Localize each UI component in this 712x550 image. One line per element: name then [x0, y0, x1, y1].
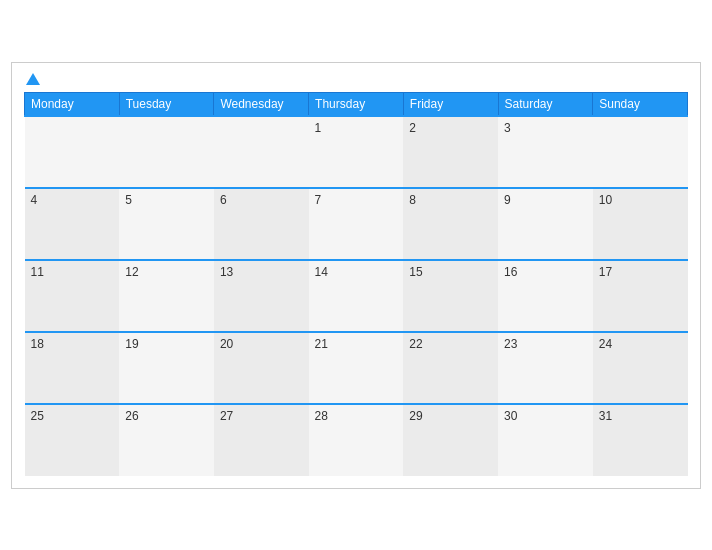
- day-number: 15: [409, 265, 422, 279]
- day-number: 31: [599, 409, 612, 423]
- day-number: 3: [504, 121, 511, 135]
- day-cell-14: 14: [309, 260, 404, 332]
- day-number: 27: [220, 409, 233, 423]
- day-number: 14: [315, 265, 328, 279]
- weekday-header-saturday: Saturday: [498, 92, 593, 116]
- day-number: 28: [315, 409, 328, 423]
- day-cell-13: 13: [214, 260, 309, 332]
- weekday-header-sunday: Sunday: [593, 92, 688, 116]
- day-cell-21: 21: [309, 332, 404, 404]
- day-number: 6: [220, 193, 227, 207]
- day-number: 10: [599, 193, 612, 207]
- day-cell-29: 29: [403, 404, 498, 476]
- day-cell-20: 20: [214, 332, 309, 404]
- empty-day-cell: [25, 116, 120, 188]
- weekday-header-thursday: Thursday: [309, 92, 404, 116]
- day-number: 11: [31, 265, 44, 279]
- day-cell-6: 6: [214, 188, 309, 260]
- day-number: 13: [220, 265, 233, 279]
- day-number: 9: [504, 193, 511, 207]
- day-number: 17: [599, 265, 612, 279]
- day-number: 29: [409, 409, 422, 423]
- day-number: 24: [599, 337, 612, 351]
- calendar-grid: MondayTuesdayWednesdayThursdayFridaySatu…: [24, 92, 688, 476]
- logo: [24, 73, 40, 86]
- day-number: 26: [125, 409, 138, 423]
- day-cell-10: 10: [593, 188, 688, 260]
- day-number: 7: [315, 193, 322, 207]
- day-number: 5: [125, 193, 132, 207]
- weekday-header-monday: Monday: [25, 92, 120, 116]
- day-cell-2: 2: [403, 116, 498, 188]
- empty-day-cell: [593, 116, 688, 188]
- day-cell-3: 3: [498, 116, 593, 188]
- week-row-3: 11121314151617: [25, 260, 688, 332]
- day-number: 12: [125, 265, 138, 279]
- day-cell-16: 16: [498, 260, 593, 332]
- logo-blue-text: [24, 73, 40, 86]
- day-cell-9: 9: [498, 188, 593, 260]
- day-cell-12: 12: [119, 260, 214, 332]
- day-cell-28: 28: [309, 404, 404, 476]
- day-cell-15: 15: [403, 260, 498, 332]
- empty-day-cell: [214, 116, 309, 188]
- calendar-container: MondayTuesdayWednesdayThursdayFridaySatu…: [11, 62, 701, 489]
- day-cell-5: 5: [119, 188, 214, 260]
- day-number: 16: [504, 265, 517, 279]
- day-cell-19: 19: [119, 332, 214, 404]
- week-row-5: 25262728293031: [25, 404, 688, 476]
- day-cell-26: 26: [119, 404, 214, 476]
- week-row-1: 123: [25, 116, 688, 188]
- day-cell-30: 30: [498, 404, 593, 476]
- day-cell-17: 17: [593, 260, 688, 332]
- day-number: 1: [315, 121, 322, 135]
- empty-day-cell: [119, 116, 214, 188]
- day-number: 2: [409, 121, 416, 135]
- day-number: 18: [31, 337, 44, 351]
- day-number: 21: [315, 337, 328, 351]
- day-cell-18: 18: [25, 332, 120, 404]
- weekday-header-friday: Friday: [403, 92, 498, 116]
- day-cell-8: 8: [403, 188, 498, 260]
- day-number: 22: [409, 337, 422, 351]
- weekday-header-row: MondayTuesdayWednesdayThursdayFridaySatu…: [25, 92, 688, 116]
- day-number: 30: [504, 409, 517, 423]
- week-row-4: 18192021222324: [25, 332, 688, 404]
- day-cell-11: 11: [25, 260, 120, 332]
- week-row-2: 45678910: [25, 188, 688, 260]
- day-cell-22: 22: [403, 332, 498, 404]
- day-number: 8: [409, 193, 416, 207]
- day-cell-25: 25: [25, 404, 120, 476]
- day-number: 4: [31, 193, 38, 207]
- day-cell-23: 23: [498, 332, 593, 404]
- logo-triangle-icon: [26, 73, 40, 85]
- weekday-header-tuesday: Tuesday: [119, 92, 214, 116]
- day-cell-7: 7: [309, 188, 404, 260]
- day-number: 19: [125, 337, 138, 351]
- weekday-header-wednesday: Wednesday: [214, 92, 309, 116]
- day-cell-27: 27: [214, 404, 309, 476]
- day-number: 23: [504, 337, 517, 351]
- day-number: 25: [31, 409, 44, 423]
- day-cell-31: 31: [593, 404, 688, 476]
- calendar-header: [24, 73, 688, 86]
- day-cell-4: 4: [25, 188, 120, 260]
- day-cell-24: 24: [593, 332, 688, 404]
- day-cell-1: 1: [309, 116, 404, 188]
- day-number: 20: [220, 337, 233, 351]
